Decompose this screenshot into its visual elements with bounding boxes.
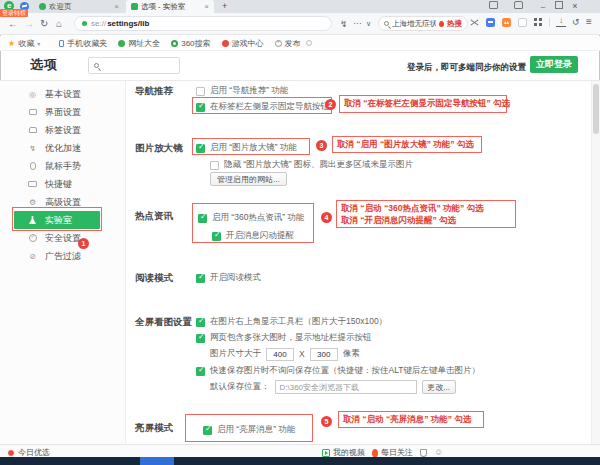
checkbox-label: 快速保存图片时不询问保存位置（快捷键：按住ALT键后左键单击图片） [210, 365, 480, 377]
bookmark-favorites[interactable]: 收藏 [8, 38, 48, 49]
bookmark-publish[interactable]: 发布 [275, 38, 301, 49]
tab-close-icon[interactable] [204, 0, 209, 13]
globe-icon [118, 40, 125, 47]
checkbox-checked[interactable] [196, 274, 205, 283]
address-bar[interactable]: se:// settings/lib [74, 16, 332, 31]
home-icon[interactable] [56, 17, 62, 31]
save-path-input[interactable]: D:\360安全浏览器下载 [275, 380, 417, 394]
minimize-button[interactable] [536, 0, 550, 13]
change-path-button[interactable]: 更改... [422, 380, 456, 394]
checkbox-row-image-toolbar[interactable]: 在图片右上角显示工具栏（图片大于150x100） [196, 315, 387, 329]
checkbox-row-addressbar-hint[interactable]: 网页包含多张大图时，显示地址栏提示按钮 [196, 331, 372, 345]
chevron-down-icon[interactable] [366, 17, 371, 31]
maximize-button[interactable] [552, 0, 566, 13]
bookmark-site-directory[interactable]: 网址大全 [118, 38, 160, 49]
scrollbar-thumb[interactable] [593, 84, 599, 134]
checkbox-checked[interactable] [196, 334, 205, 343]
checkbox-checked[interactable] [198, 214, 207, 223]
back-icon[interactable] [8, 17, 18, 31]
flash-icon[interactable] [340, 17, 348, 31]
forward-icon[interactable] [24, 17, 34, 31]
toolbar-search-box[interactable]: 上海增无症状2231例 热搜 [378, 16, 468, 31]
new-tab-button[interactable] [222, 0, 227, 13]
bookmark-360-search[interactable]: 360搜索 [171, 38, 210, 49]
checkbox-checked[interactable] [196, 367, 205, 376]
collapse-circle-icon[interactable] [306, 40, 312, 46]
settings-search-input[interactable] [88, 57, 180, 74]
checkbox-row-magnifier-hide-icon[interactable]: 隐藏 “图片放大镜” 图标、腾出更多区域来显示图片 [210, 158, 413, 172]
taskbar-active-app [140, 457, 174, 465]
bookmark-game-center[interactable]: 游戏中心 [222, 38, 264, 49]
section-label-nav: 导航推荐 [135, 84, 173, 98]
download-icon[interactable] [556, 16, 566, 27]
manage-sites-button[interactable]: 管理启用的网站... [210, 172, 287, 186]
scrollbar[interactable] [591, 81, 600, 444]
theme-skin-icon[interactable] [511, 0, 525, 13]
checkbox-row-nav-enable[interactable]: 启用 “导航推荐” 功能 [196, 84, 288, 98]
checkbox-row-magnifier-enable[interactable]: 启用 “图片放大镜” 功能 [196, 141, 297, 155]
image-width-input[interactable]: 400 [266, 348, 294, 361]
checkbox-row-brightscreen-enable[interactable]: 启用 “亮屏消息” 功能 [203, 423, 295, 437]
reload-icon[interactable] [40, 17, 48, 31]
tab-welcome[interactable]: 欢迎页 [34, 0, 124, 13]
pixels-label: 像素 [343, 348, 360, 360]
login-now-button[interactable]: 立即登录 [530, 56, 578, 73]
image-height-input[interactable]: 300 [310, 348, 338, 361]
annotation-callout-4: 取消 “启动 “360热点资讯” 功能” 勾选 取消 “开启消息闪动提醒” 勾选 [336, 200, 516, 228]
sidebar-item-label: 高级设置 [45, 196, 81, 209]
checkbox-row-hotnews-enable[interactable]: 启用 “360热点资讯” 功能 [198, 211, 305, 225]
extension-icon[interactable] [518, 18, 527, 27]
size-prefix-label: 图片尺寸大于 [210, 348, 261, 360]
workspace-icon[interactable] [486, 0, 500, 13]
sidebar-item-ad-filter[interactable]: 广告过滤 [0, 247, 126, 265]
block-icon [28, 252, 37, 261]
checkbox-checked[interactable] [203, 426, 212, 435]
checkbox-checked[interactable] [196, 144, 205, 153]
checkbox-checked[interactable] [196, 103, 205, 112]
caret-down-icon[interactable] [37, 40, 40, 47]
smiley-icon[interactable] [434, 448, 443, 457]
hot-flame-icon [439, 21, 444, 27]
sidebar-item-security[interactable]: 安全设置 [0, 229, 126, 247]
site-security-icon [82, 21, 87, 26]
sidebar-item-basic[interactable]: 基本设置 [0, 85, 126, 103]
toolbar-divider [549, 18, 550, 27]
apps-grid-icon[interactable] [534, 18, 543, 27]
app-market-icon[interactable] [502, 18, 511, 27]
close-window-button[interactable] [568, 0, 582, 13]
notes-app-icon[interactable] [486, 18, 495, 27]
checkbox-unchecked[interactable] [196, 87, 205, 96]
sidebar-item-label: 标签设置 [45, 124, 81, 137]
screenshot-scissors-icon[interactable] [470, 18, 479, 27]
checkbox-row-nav-pinned-button[interactable]: 在标签栏左侧显示固定导航按钮 [196, 100, 329, 114]
flask-icon [28, 216, 37, 225]
more-actions-icon[interactable] [353, 17, 362, 31]
checkbox-row-reading-mode[interactable]: 开启阅读模式 [196, 271, 261, 285]
bookmark-mobile-favorites[interactable]: 手机收藏夹 [59, 38, 107, 49]
checkbox-unchecked[interactable] [210, 161, 219, 170]
sidebar-item-tabs[interactable]: 标签设置 [0, 121, 126, 139]
menu-icon[interactable] [586, 16, 592, 27]
mouse-icon [28, 162, 37, 171]
tab-settings-lab[interactable]: 选项 - 实验室 [126, 0, 214, 13]
sidebar-item-lab[interactable]: 实验室 [14, 211, 100, 229]
checkbox-checked[interactable] [196, 318, 205, 327]
sidebar-item-optimize[interactable]: 优化加速 [0, 139, 126, 157]
sidebar-item-label: 广告过滤 [45, 250, 81, 263]
sidebar-item-interface[interactable]: 界面设置 [0, 103, 126, 121]
history-undo-icon[interactable] [572, 17, 580, 27]
tab-close-icon[interactable] [114, 0, 119, 13]
annotation-number-3: 3 [316, 140, 327, 151]
check-circle-icon [28, 234, 37, 243]
sidebar-item-mouse-gestures[interactable]: 鼠标手势 [0, 157, 126, 175]
checkbox-row-quick-save[interactable]: 快速保存图片时不询问保存位置（快捷键：按住ALT键后左键单击图片） [196, 364, 480, 378]
hot-search-text[interactable]: 上海增无症状2231例 [392, 19, 436, 29]
checkbox-row-hotnews-flash-remind[interactable]: 开启消息闪动提醒 [212, 229, 294, 243]
sidebar-item-shortcuts[interactable]: 快捷键 [0, 175, 126, 193]
sidebar-item-advanced[interactable]: 高级设置 [0, 193, 126, 211]
shield-icon[interactable] [420, 449, 427, 457]
bookmark-label: 360搜索 [181, 38, 210, 49]
checkbox-checked[interactable] [212, 232, 221, 241]
hot-search-label[interactable]: 热搜 [447, 19, 462, 29]
login-promo-badge[interactable]: 登录特权 [0, 9, 28, 17]
